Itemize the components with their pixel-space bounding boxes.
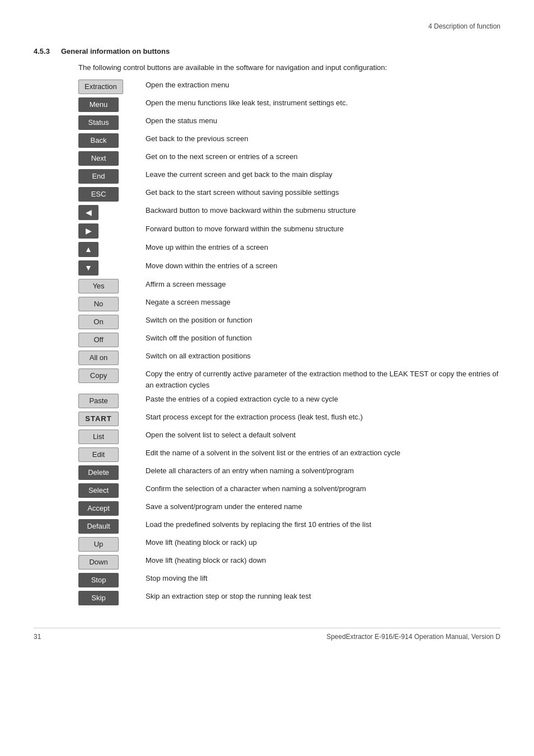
button-cell: All on <box>78 351 140 365</box>
header-description: 4 Description of function <box>34 22 500 30</box>
button-row: ◀Backward button to move backward within… <box>78 205 500 220</box>
button-cell: ESC <box>78 187 140 202</box>
ui-button-yes[interactable]: Yes <box>78 279 119 293</box>
button-row: ▶Forward button to move forward within t… <box>78 223 500 239</box>
ui-button-list[interactable]: List <box>78 430 119 444</box>
ui-button-edit[interactable]: Edit <box>78 447 119 462</box>
button-row: SelectConfirm the selection of a charact… <box>78 483 500 498</box>
button-cell: Default <box>78 519 140 534</box>
button-row: AcceptSave a solvent/program under the e… <box>78 501 500 516</box>
ui-button-extraction[interactable]: Extraction <box>78 80 123 94</box>
button-row: ExtractionOpen the extraction menu <box>78 80 500 94</box>
button-row: EditEdit the name of a solvent in the so… <box>78 447 500 462</box>
button-description: Negate a screen message <box>140 297 500 308</box>
button-description: Switch off the position of function <box>140 333 500 344</box>
button-row: StopStop moving the lift <box>78 573 500 587</box>
footer: 31 SpeedExtractor E-916/E-914 Operation … <box>34 628 500 641</box>
ui-button-esc[interactable]: ESC <box>78 187 119 202</box>
ui-button--[interactable]: ▲ <box>78 242 99 257</box>
ui-button-select[interactable]: Select <box>78 483 119 498</box>
button-cell: ▶ <box>78 223 140 239</box>
button-cell: ▼ <box>78 260 140 276</box>
button-cell: ◀ <box>78 205 140 220</box>
ui-button-default[interactable]: Default <box>78 519 119 534</box>
button-description: Stop moving the lift <box>140 573 500 584</box>
button-cell: Off <box>78 333 140 347</box>
button-description: Save a solvent/program under the entered… <box>140 501 500 512</box>
button-cell: Next <box>78 151 140 166</box>
ui-button-accept[interactable]: Accept <box>78 501 119 516</box>
button-cell: End <box>78 169 140 184</box>
button-description: Switch on all extraction positions <box>140 351 500 362</box>
button-row: All onSwitch on all extraction positions <box>78 351 500 365</box>
button-description: Start process except for the extraction … <box>140 412 500 423</box>
button-row: NextGet on to the next screen or entries… <box>78 151 500 166</box>
button-row: ListOpen the solvent list to select a de… <box>78 430 500 444</box>
section-title-text: General information on buttons <box>61 47 170 55</box>
button-row: NoNegate a screen message <box>78 297 500 311</box>
ui-button--[interactable]: ▼ <box>78 260 99 276</box>
button-cell: ▲ <box>78 242 140 257</box>
button-row: ESCGet back to the start screen without … <box>78 187 500 202</box>
ui-button-on[interactable]: On <box>78 315 119 329</box>
button-row: ▼Move down within the entries of a scree… <box>78 260 500 276</box>
button-row: YesAffirm a screen message <box>78 279 500 293</box>
button-description: Open the menu functions like leak test, … <box>140 97 500 109</box>
button-cell: Accept <box>78 501 140 516</box>
page: 4 Description of function 4.5.3General i… <box>0 0 534 756</box>
ui-button-menu[interactable]: Menu <box>78 97 119 112</box>
button-cell: Skip <box>78 591 140 605</box>
button-row: DefaultLoad the predefined solvents by r… <box>78 519 500 534</box>
section-heading: 4.5.3General information on buttons <box>34 47 500 55</box>
ui-button-stop[interactable]: Stop <box>78 573 119 587</box>
ui-button-down[interactable]: Down <box>78 555 119 570</box>
button-cell: START <box>78 412 140 426</box>
button-row: BackGet back to the previous screen <box>78 133 500 148</box>
ui-button-skip[interactable]: Skip <box>78 591 119 605</box>
ui-button-status[interactable]: Status <box>78 115 119 130</box>
button-row: SkipSkip an extraction step or stop the … <box>78 591 500 605</box>
ui-button-all-on[interactable]: All on <box>78 351 119 365</box>
ui-button-copy[interactable]: Copy <box>78 368 119 383</box>
ui-button-no[interactable]: No <box>78 297 119 311</box>
button-description: Move up within the entries of a screen <box>140 242 500 253</box>
button-cell: Down <box>78 555 140 570</box>
ui-button-back[interactable]: Back <box>78 133 119 148</box>
button-description: Paste the entries of a copied extraction… <box>140 394 500 405</box>
button-cell: On <box>78 315 140 329</box>
button-description: Switch on the position or function <box>140 315 500 326</box>
button-row: StatusOpen the status menu <box>78 115 500 130</box>
button-row: DownMove lift (heating block or rack) do… <box>78 555 500 570</box>
ui-button-delete[interactable]: Delete <box>78 465 119 480</box>
ui-button--[interactable]: ◀ <box>78 205 99 220</box>
ui-button-off[interactable]: Off <box>78 333 119 347</box>
button-cell: Stop <box>78 573 140 587</box>
button-description: Open the status menu <box>140 115 500 127</box>
button-description: Leave the current screen and get back to… <box>140 169 500 180</box>
button-cell: Edit <box>78 447 140 462</box>
button-description: Affirm a screen message <box>140 279 500 290</box>
ui-button--[interactable]: ▶ <box>78 223 99 239</box>
button-description: Get back to the previous screen <box>140 133 500 144</box>
button-description: Copy the entry of currently active param… <box>140 368 500 390</box>
footer-page: 31 <box>34 633 41 641</box>
button-description: Open the extraction menu <box>140 80 500 91</box>
button-description: Move lift (heating block or rack) up <box>140 537 500 548</box>
button-cell: Menu <box>78 97 140 112</box>
button-description: Move down within the entries of a screen <box>140 260 500 272</box>
button-cell: List <box>78 430 140 444</box>
button-cell: Up <box>78 537 140 552</box>
button-cell: No <box>78 297 140 311</box>
button-row: OnSwitch on the position or function <box>78 315 500 329</box>
ui-button-next[interactable]: Next <box>78 151 119 166</box>
ui-button-end[interactable]: End <box>78 169 119 184</box>
button-description: Move lift (heating block or rack) down <box>140 555 500 566</box>
ui-button-start[interactable]: START <box>78 412 119 426</box>
button-description: Skip an extraction step or stop the runn… <box>140 591 500 602</box>
button-cell: Back <box>78 133 140 148</box>
button-table: ExtractionOpen the extraction menuMenuOp… <box>78 80 500 605</box>
button-description: Forward button to move forward within th… <box>140 223 500 235</box>
ui-button-up[interactable]: Up <box>78 537 119 552</box>
button-description: Load the predefined solvents by replacin… <box>140 519 500 530</box>
ui-button-paste[interactable]: Paste <box>78 394 119 408</box>
